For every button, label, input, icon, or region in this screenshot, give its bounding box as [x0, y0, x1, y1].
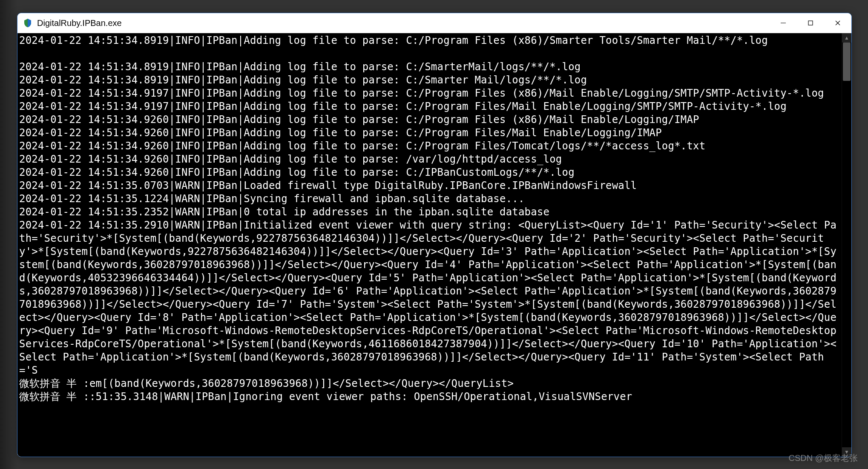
svg-rect-1	[808, 21, 813, 25]
console-output[interactable]: 2024-01-22 14:51:34.8919|INFO|IPBan|Addi…	[17, 33, 842, 457]
console-area: 2024-01-22 14:51:34.8919|INFO|IPBan|Addi…	[17, 33, 851, 457]
watermark-text: CSDN @极客老张	[788, 452, 858, 464]
left-edge-shadow	[0, 0, 17, 469]
app-window: DigitalRuby.IPBan.exe 2024-01-22 14:51:3…	[17, 13, 852, 457]
title-bar: DigitalRuby.IPBan.exe	[17, 13, 851, 33]
minimize-button[interactable]	[770, 13, 797, 33]
maximize-button[interactable]	[797, 13, 824, 33]
scroll-track[interactable]	[842, 43, 851, 447]
app-icon	[23, 18, 33, 28]
vertical-scrollbar[interactable]: ▲ ▼	[842, 33, 851, 457]
close-button[interactable]	[824, 13, 851, 33]
window-controls	[770, 13, 851, 33]
scroll-up-arrow[interactable]: ▲	[842, 33, 851, 43]
scroll-thumb[interactable]	[843, 43, 851, 81]
window-title: DigitalRuby.IPBan.exe	[37, 18, 770, 28]
